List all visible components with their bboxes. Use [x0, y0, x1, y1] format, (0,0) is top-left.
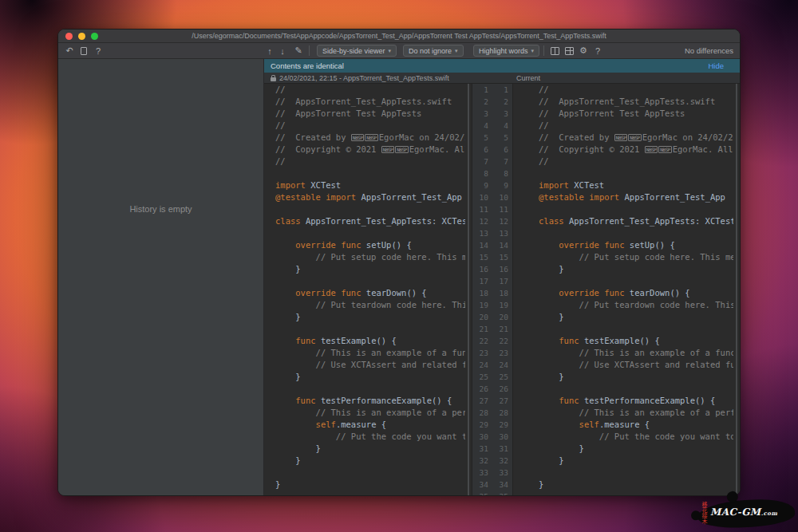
- grid-icon: [565, 47, 574, 55]
- next-difference-icon[interactable]: ↓: [277, 43, 288, 58]
- line-number: 15: [472, 251, 488, 263]
- line-number: 8: [492, 167, 508, 179]
- watermark-stamp-text: 移花接木: [701, 502, 707, 524]
- side-by-side-layout-icon[interactable]: [548, 43, 561, 58]
- code-line: func testPerformanceExample() {: [539, 395, 733, 407]
- line-number: 12: [472, 215, 488, 227]
- line-number: 26: [492, 383, 508, 395]
- undo-icon[interactable]: ↶: [63, 43, 76, 58]
- line-number: 5: [472, 132, 488, 144]
- code-line: [275, 467, 465, 479]
- code-line: [275, 203, 465, 215]
- code-line: }: [275, 311, 465, 323]
- diff-right-pane[interactable]: //// AppsTorrent_Test_AppTests.swift// A…: [513, 84, 733, 495]
- code-line: func testPerformanceExample() {: [275, 395, 465, 407]
- diff-toolbar: ↶ ? ↑ ↓ ✎ Side-by-side viewer ▾ Do not i…: [58, 43, 740, 59]
- previous-difference-icon[interactable]: ↑: [264, 43, 275, 58]
- code-line: // Use XCTAssert and related functions t…: [275, 359, 465, 371]
- code-line: [539, 467, 733, 479]
- code-line: [275, 383, 465, 395]
- line-number: 12: [492, 215, 508, 227]
- code-line: }: [539, 443, 733, 455]
- line-number: 27: [492, 395, 508, 407]
- line-number: 5: [492, 132, 508, 144]
- line-number: 8: [472, 167, 488, 179]
- line-number: 10: [492, 191, 508, 203]
- revert-file-icon[interactable]: [77, 43, 90, 58]
- line-number: 14: [472, 239, 488, 251]
- window-titlebar[interactable]: /Users/egormac/Documents/TestAppAppcode/…: [58, 30, 740, 43]
- ignore-policy-dropdown[interactable]: Do not ignore ▾: [403, 45, 464, 57]
- line-number: 11: [472, 203, 488, 215]
- columns-icon: [551, 47, 559, 55]
- diff-left-pane[interactable]: //// AppsTorrent_Test_AppTests.swift// A…: [264, 84, 465, 495]
- right-file-header-label: Current: [516, 74, 540, 82]
- code-line: }: [275, 263, 465, 275]
- toolbar-separator: [309, 45, 310, 56]
- code-line: @testable import AppsTorrent_Test_App: [539, 191, 733, 203]
- document-icon: [81, 47, 87, 55]
- code-line: }: [539, 371, 733, 383]
- lock-icon: [271, 77, 276, 81]
- edit-icon[interactable]: ✎: [293, 43, 304, 58]
- viewer-mode-dropdown[interactable]: Side-by-side viewer ▾: [317, 45, 397, 57]
- hide-link[interactable]: Hide: [708, 61, 724, 70]
- code-line: //: [275, 120, 465, 132]
- chevron-down-icon: ▾: [389, 48, 392, 54]
- minimize-button[interactable]: [78, 33, 85, 40]
- left-pane-scrollbar[interactable]: [465, 84, 472, 495]
- code-line: [539, 383, 733, 395]
- code-line: class AppsTorrent_Test_AppTests: XCTestC…: [275, 215, 465, 227]
- zoom-button[interactable]: [91, 33, 98, 40]
- line-number: 2: [472, 96, 488, 108]
- code-line: import XCTest: [275, 179, 465, 191]
- settings-gear-icon[interactable]: ⚙: [577, 43, 590, 58]
- line-number: 16: [492, 263, 508, 275]
- line-number: 16: [472, 263, 488, 275]
- right-pane-scrollbar[interactable]: [733, 84, 740, 495]
- highlight-mode-dropdown[interactable]: Highlight words ▾: [473, 45, 539, 57]
- code-line: override func setUp() {: [539, 239, 733, 251]
- line-number: 23: [492, 347, 508, 359]
- line-number: 20: [472, 311, 488, 323]
- right-file-header: Current: [516, 73, 540, 84]
- toolbar-separator: [543, 45, 544, 56]
- close-button[interactable]: [65, 33, 73, 40]
- diff-column-headers: 24/02/2021, 22:15 - AppsTorrent_Test_App…: [264, 73, 740, 84]
- line-number: 4: [492, 120, 508, 132]
- unified-layout-icon[interactable]: [563, 43, 575, 58]
- line-number: 23: [472, 347, 488, 359]
- code-line: }: [275, 479, 465, 491]
- diff-viewer-window: /Users/egormac/Documents/TestAppAppcode/…: [57, 29, 741, 496]
- code-line: // Put the code you want to measure the …: [275, 431, 465, 443]
- help-icon-left[interactable]: ?: [93, 43, 103, 58]
- banner-text: Contents are identical: [271, 61, 344, 70]
- line-number: 28: [472, 407, 488, 419]
- line-number: 35: [472, 491, 488, 495]
- line-number: 24: [492, 359, 508, 371]
- ignore-policy-value: Do not ignore: [409, 47, 452, 55]
- code-line: // AppsTorrent_Test_AppTests.swift: [275, 96, 465, 108]
- code-line: }: [275, 443, 465, 455]
- viewer-mode-value: Side-by-side viewer: [322, 47, 385, 55]
- line-number: 14: [492, 239, 508, 251]
- line-number-gutter: 1234567891011121314151617181920212223242…: [472, 84, 513, 495]
- line-number: 6: [492, 144, 508, 156]
- code-line: [539, 227, 733, 239]
- code-line: //: [275, 156, 465, 167]
- code-line: //: [539, 84, 733, 96]
- code-line: }: [275, 371, 465, 383]
- line-number: 6: [472, 144, 488, 156]
- line-number: 29: [492, 419, 508, 431]
- code-line: // Created by NBSPNBSPEgorMac on 24/02/2…: [275, 132, 465, 144]
- code-line: //: [275, 84, 465, 96]
- code-line: [539, 203, 733, 215]
- chevron-down-icon: ▾: [455, 48, 458, 54]
- line-number: 15: [492, 251, 508, 263]
- line-number: 7: [492, 156, 508, 167]
- code-line: }: [539, 455, 733, 467]
- line-number: 28: [492, 407, 508, 419]
- help-icon-right[interactable]: ?: [593, 43, 602, 58]
- line-number: 34: [472, 479, 488, 491]
- line-number: 20: [492, 311, 508, 323]
